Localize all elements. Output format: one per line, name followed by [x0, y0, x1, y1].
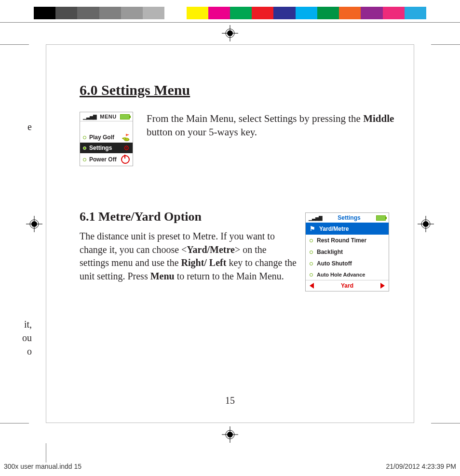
crop-mark: [46, 443, 46, 463]
body-paragraph: The distance unit is preset to Metre. If…: [80, 230, 297, 291]
screen-title: Settings: [322, 214, 376, 221]
settings-item-yard-metre: ⚑ Yard/Metre: [306, 223, 389, 235]
right-arrow-icon: [380, 283, 385, 289]
registration-mark-bottom: [222, 426, 238, 443]
left-arrow-icon: [310, 283, 314, 289]
settings-item: Rest Round Timer: [306, 235, 389, 246]
menu-item-settings: Settings ⚙: [80, 143, 133, 153]
device-screenshot-menu: ▁▃▅▇ MENU Play Golf ⛳ Settings ⚙ Power O…: [80, 112, 133, 166]
printer-color-bar: [34, 7, 426, 19]
gear-icon: ⚙: [123, 145, 130, 151]
intro-paragraph: From the Main Menu, select Settings by p…: [147, 112, 412, 166]
device-screenshot-settings: ▁▃▅▇ Settings ⚑ Yard/Metre Rest Round Ti…: [305, 212, 389, 291]
flag-icon: ⛳: [122, 134, 130, 141]
top-trim-line: [0, 22, 460, 23]
bleed-text: e: [20, 120, 32, 133]
screen-title: MENU: [96, 114, 120, 119]
crop-mark: [431, 423, 460, 423]
menu-item-power-off: Power Off: [80, 153, 133, 166]
settings-item: Auto Shutoff: [306, 258, 389, 269]
bleed-text: ou: [20, 331, 32, 344]
page-content: 6.0 Settings Menu ▁▃▅▇ MENU Play Golf ⛳ …: [80, 82, 412, 291]
settings-item: Auto Hole Advance: [306, 269, 389, 280]
settings-footer: Yard: [306, 280, 389, 291]
battery-icon: [376, 215, 386, 221]
signal-icon: ▁▃▅▇: [83, 114, 96, 119]
registration-mark-left: [26, 216, 42, 232]
crop-mark: [0, 44, 29, 45]
signal-icon: ▁▃▅▇: [309, 215, 322, 221]
section-heading: 6.0 Settings Menu: [80, 82, 412, 98]
battery-icon: [120, 114, 130, 119]
crop-mark: [431, 44, 460, 45]
bleed-text: o: [20, 345, 32, 358]
registration-mark-right: [418, 216, 434, 232]
menu-item-play-golf: Play Golf ⛳: [80, 132, 133, 143]
crop-mark: [0, 423, 29, 423]
flag-icon: ⚑: [310, 225, 315, 232]
registration-mark-top: [222, 25, 238, 41]
bleed-text: it,: [20, 318, 32, 331]
document-timestamp: 21/09/2012 4:23:39 PM: [386, 463, 456, 470]
settings-item: Backlight: [306, 246, 389, 258]
power-icon: [121, 155, 130, 164]
document-slug: 300x user manual.indd 15: [4, 463, 81, 470]
page-number: 15: [0, 395, 460, 406]
